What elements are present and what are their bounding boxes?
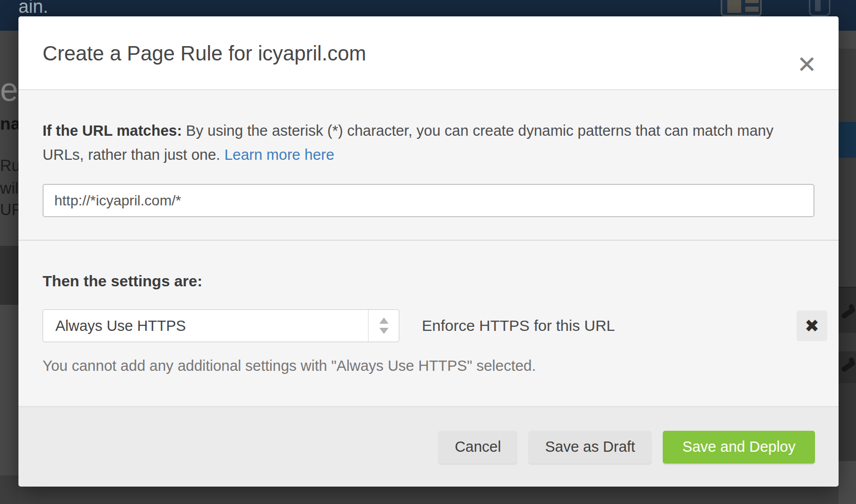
layout-cards-icon bbox=[721, 0, 762, 16]
setting-helper-text: You cannot add any additional settings w… bbox=[43, 358, 827, 374]
modal-title: Create a Page Rule for icyapril.com bbox=[43, 16, 366, 90]
backdrop-band bbox=[839, 383, 856, 461]
wrench-icon bbox=[840, 356, 856, 377]
backdrop-band bbox=[0, 246, 18, 305]
url-match-description: If the URL matches: By using the asteris… bbox=[43, 119, 814, 167]
cancel-button[interactable]: Cancel bbox=[438, 431, 517, 464]
settings-section: Then the settings are: Always Use HTTPS … bbox=[18, 241, 839, 374]
background-text-fragment: e bbox=[0, 71, 18, 109]
modal-footer: Cancel Save as Draft Save and Deploy bbox=[18, 406, 839, 487]
setting-description: Enforce HTTPS for this URL bbox=[422, 317, 615, 334]
url-match-section: If the URL matches: By using the asteris… bbox=[18, 90, 839, 217]
settings-heading: Then the settings are: bbox=[43, 272, 827, 290]
save-and-deploy-button[interactable]: Save and Deploy bbox=[663, 431, 815, 464]
setting-select-value: Always Use HTTPS bbox=[43, 310, 368, 342]
remove-setting-button[interactable]: ✖ bbox=[797, 310, 827, 341]
topnav-text-fragment: ain. bbox=[18, 0, 48, 17]
modal-body: If the URL matches: By using the asteris… bbox=[18, 90, 839, 406]
backdrop-blue-button-fragment bbox=[839, 122, 856, 158]
backdrop-band bbox=[839, 333, 856, 351]
backdrop-band bbox=[839, 461, 856, 504]
select-stepper-icon[interactable] bbox=[368, 310, 399, 342]
wrench-icon bbox=[840, 303, 856, 324]
backdrop-band bbox=[839, 31, 856, 49]
save-as-draft-button[interactable]: Save as Draft bbox=[528, 431, 651, 464]
backdrop-band bbox=[839, 158, 856, 287]
learn-more-link[interactable]: Learn more here bbox=[225, 146, 334, 163]
backdrop-band bbox=[0, 305, 18, 475]
background-text-fragment: Ru bbox=[0, 157, 21, 175]
url-match-label: If the URL matches: bbox=[43, 122, 182, 139]
backdrop-band bbox=[0, 475, 18, 504]
url-pattern-input[interactable] bbox=[43, 184, 814, 217]
backdrop-band bbox=[839, 49, 856, 122]
modal-header: Create a Page Rule for icyapril.com ✕ bbox=[18, 16, 839, 90]
create-page-rule-modal: Create a Page Rule for icyapril.com ✕ If… bbox=[18, 16, 839, 487]
setting-row: Always Use HTTPS Enforce HTTPS for this … bbox=[43, 309, 827, 342]
nav-badge-icon bbox=[809, 0, 830, 16]
close-icon[interactable]: ✕ bbox=[791, 49, 822, 80]
setting-select[interactable]: Always Use HTTPS bbox=[43, 309, 399, 342]
